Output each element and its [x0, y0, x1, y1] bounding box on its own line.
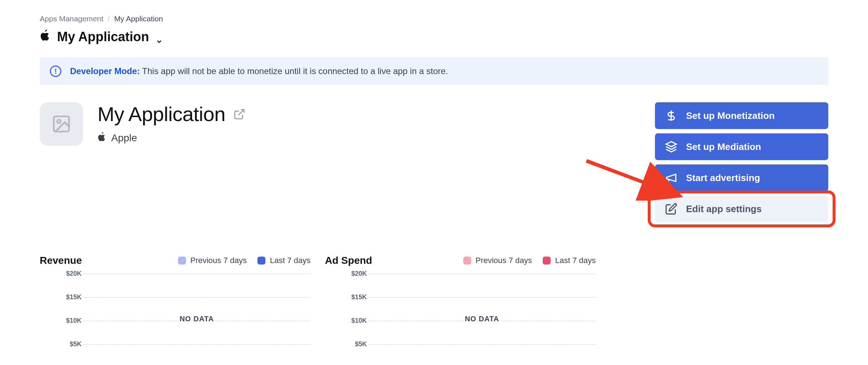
button-label: Set up Monetization — [686, 110, 775, 121]
edit-icon — [665, 203, 677, 215]
chart-gridline — [83, 297, 311, 298]
chart-gridline — [368, 297, 596, 298]
chart-y-tick: $10K — [66, 317, 82, 325]
page-title: My Application — [57, 29, 149, 44]
developer-mode-alert: ! Developer Mode: This app will not be a… — [40, 57, 828, 85]
chart-y-tick: $20K — [351, 270, 367, 278]
layers-icon — [665, 141, 677, 153]
breadcrumb-separator: / — [108, 14, 110, 23]
chart-y-tick: $5K — [355, 340, 367, 348]
revenue-chart: Revenue Previous 7 days Last 7 days $20K… — [40, 255, 311, 365]
chart-title: Revenue — [40, 255, 82, 266]
actions-panel: Set up Monetization Set up Mediation Sta… — [655, 102, 828, 222]
app-platform-label: Apple — [111, 132, 137, 144]
legend-label: Previous 7 days — [190, 256, 247, 265]
alert-info-icon: ! — [50, 65, 61, 77]
start-advertising-button[interactable]: Start advertising — [655, 164, 828, 191]
dollar-icon — [665, 110, 677, 122]
external-link-icon[interactable] — [233, 108, 246, 120]
chart-y-tick: $15K — [351, 293, 367, 301]
app-selector-dropdown[interactable]: My Application — [40, 29, 828, 44]
breadcrumb-parent-link[interactable]: Apps Management — [40, 14, 103, 23]
chart-y-tick: $0.00 — [351, 364, 367, 365]
legend-label: Last 7 days — [555, 256, 596, 265]
button-label: Edit app settings — [686, 203, 761, 215]
chart-gridline — [368, 274, 596, 274]
legend-label: Last 7 days — [270, 256, 311, 265]
chart-y-tick: $10K — [351, 317, 367, 325]
edit-app-settings-button[interactable]: Edit app settings — [655, 196, 828, 222]
legend-swatch-last — [543, 257, 551, 265]
legend-swatch-prev — [178, 257, 186, 265]
chart-gridline — [83, 274, 311, 274]
legend-previous: Previous 7 days — [178, 256, 247, 265]
app-name: My Application — [97, 102, 225, 126]
chart-y-tick: $20K — [66, 270, 82, 278]
megaphone-icon — [665, 172, 677, 184]
setup-monetization-button[interactable]: Set up Monetization — [655, 102, 828, 129]
chart-gridline — [368, 344, 596, 345]
chart-y-tick: $5K — [70, 340, 82, 348]
apple-icon — [97, 132, 106, 144]
svg-marker-4 — [666, 142, 676, 147]
breadcrumb: Apps Management / My Application — [40, 14, 828, 23]
alert-message: This app will not be able to monetize un… — [142, 66, 448, 76]
legend-previous: Previous 7 days — [463, 256, 532, 265]
app-icon-placeholder — [40, 102, 83, 146]
svg-point-1 — [57, 120, 60, 123]
chart-title: Ad Spend — [325, 255, 372, 266]
svg-line-2 — [238, 110, 244, 115]
chart-body: $20K$15K$10K$5K$0.00NO DATA — [54, 274, 311, 365]
legend-last: Last 7 days — [257, 256, 311, 265]
legend-swatch-prev — [463, 257, 471, 265]
chart-body: $20K$15K$10K$5K$0.00NO DATA — [339, 274, 596, 365]
chart-y-tick: $0.00 — [65, 364, 82, 365]
button-label: Start advertising — [686, 172, 760, 184]
adspend-chart: Ad Spend Previous 7 days Last 7 days $20… — [325, 255, 596, 365]
breadcrumb-current: My Application — [114, 14, 163, 23]
chart-y-tick: $15K — [66, 293, 82, 301]
legend-label: Previous 7 days — [476, 256, 532, 265]
setup-mediation-button[interactable]: Set up Mediation — [655, 133, 828, 160]
chart-no-data: NO DATA — [83, 315, 311, 323]
alert-strong: Developer Mode: — [70, 66, 140, 76]
alert-text: Developer Mode: This app will not be abl… — [70, 66, 448, 76]
apple-icon — [40, 29, 51, 44]
chart-gridline — [83, 344, 311, 345]
legend-swatch-last — [257, 257, 265, 265]
chart-no-data: NO DATA — [368, 315, 596, 323]
legend-last: Last 7 days — [543, 256, 596, 265]
chevron-down-icon — [156, 33, 163, 40]
button-label: Set up Mediation — [686, 141, 761, 153]
